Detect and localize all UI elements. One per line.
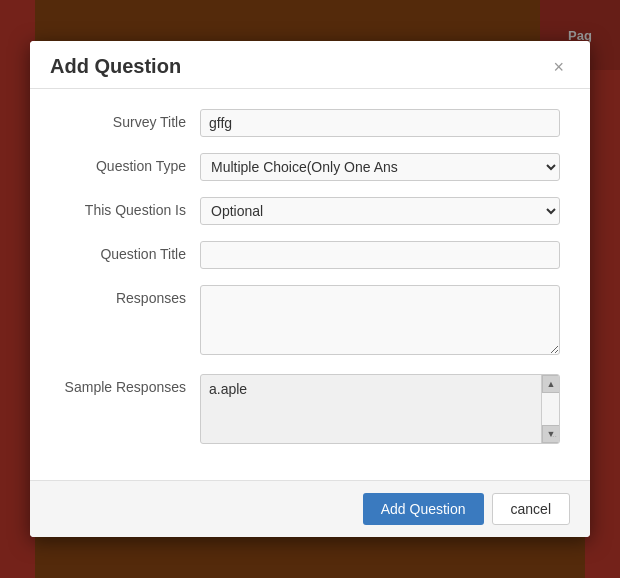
responses-label: Responses <box>60 285 200 306</box>
question-title-row: Question Title <box>60 241 560 269</box>
modal-close-button[interactable]: × <box>547 56 570 78</box>
scroll-dots: ··· <box>549 432 557 441</box>
add-question-modal: Add Question × Survey Title Question Typ… <box>30 41 590 537</box>
question-type-control: Multiple Choice(Only One Ans Multiple Ch… <box>200 153 560 181</box>
sample-responses-value: a.aple <box>209 381 247 397</box>
survey-title-input[interactable] <box>200 109 560 137</box>
question-title-input[interactable] <box>200 241 560 269</box>
this-question-is-control: Optional Required <box>200 197 560 225</box>
survey-title-row: Survey Title <box>60 109 560 137</box>
sample-responses-container: a.aple ▲ ▼ ··· <box>200 374 560 444</box>
question-type-row: Question Type Multiple Choice(Only One A… <box>60 153 560 181</box>
survey-title-control <box>200 109 560 137</box>
sample-responses-label: Sample Responses <box>60 374 200 395</box>
responses-row: Responses <box>60 285 560 358</box>
modal-title: Add Question <box>50 55 181 78</box>
add-question-button[interactable]: Add Question <box>363 493 484 525</box>
scroll-thumb <box>542 393 559 425</box>
modal-footer: Add Question cancel <box>30 480 590 537</box>
sample-responses-row: Sample Responses a.aple ▲ ▼ ··· <box>60 374 560 444</box>
responses-control <box>200 285 560 358</box>
sample-responses-control: a.aple ▲ ▼ ··· <box>200 374 560 444</box>
this-question-is-row: This Question Is Optional Required <box>60 197 560 225</box>
question-type-select[interactable]: Multiple Choice(Only One Ans Multiple Ch… <box>200 153 560 181</box>
this-question-is-select[interactable]: Optional Required <box>200 197 560 225</box>
responses-textarea[interactable] <box>200 285 560 355</box>
cancel-button[interactable]: cancel <box>492 493 570 525</box>
question-title-label: Question Title <box>60 241 200 262</box>
sample-responses-content: a.aple <box>201 375 559 443</box>
question-title-control <box>200 241 560 269</box>
question-type-label: Question Type <box>60 153 200 174</box>
survey-title-label: Survey Title <box>60 109 200 130</box>
modal-body: Survey Title Question Type Multiple Choi… <box>30 89 590 480</box>
modal-overlay: Add Question × Survey Title Question Typ… <box>0 0 620 578</box>
scroll-up-button[interactable]: ▲ <box>542 375 560 393</box>
this-question-is-label: This Question Is <box>60 197 200 218</box>
modal-header: Add Question × <box>30 41 590 89</box>
